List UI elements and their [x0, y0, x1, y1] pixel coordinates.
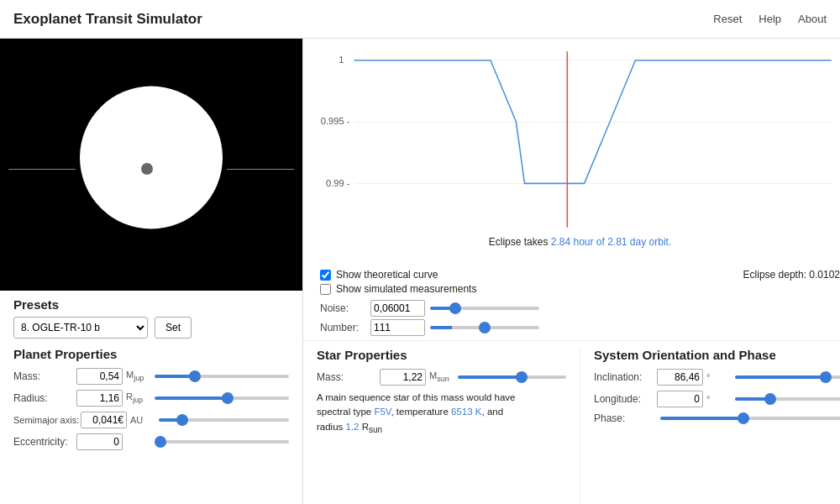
planet-mass-slider[interactable]: [155, 375, 289, 378]
checkboxes-and-depth: Show theoretical curve Show simulated me…: [303, 265, 840, 298]
eccentricity-label: Eccentricity:: [13, 436, 76, 448]
right-panel: 1 0.995 - 0.99 - Eclipse takes 2.84 hour…: [302, 39, 840, 504]
preset-select[interactable]: 8. OGLE-TR-10 b: [13, 317, 148, 339]
eclipse-depth-label: Eclipse depth: 0.0102: [743, 269, 840, 281]
main-content: Presets 8. OGLE-TR-10 b Set Planet Prope…: [0, 39, 840, 504]
star-desc-line3: radius 1.2 Rsun: [317, 422, 382, 432]
noise-label: Noise:: [320, 302, 370, 314]
star-desc-line2: spectral type F5V, temperature 6513 K, a…: [317, 407, 503, 417]
star-desc-line1: A main sequence star of this mass would …: [317, 392, 516, 402]
top-bar: Exoplanet Transit Simulator Reset Help A…: [0, 0, 840, 39]
planet-radius-row: Radius: Rjup: [13, 390, 289, 407]
eclipse-info: Eclipse takes 2.84 hour of 2.81 day orbi…: [320, 236, 840, 248]
eclipse-link[interactable]: 2.84 hour of 2.81 day orbit.: [551, 236, 671, 248]
svg-text:0.995 -: 0.995 -: [321, 116, 350, 126]
star-mass-input[interactable]: [380, 369, 426, 386]
svg-text:0.99 -: 0.99 -: [326, 177, 350, 187]
star-mass-row: Mass: Msun: [317, 369, 566, 386]
semimajor-label: Semimajor axis:: [13, 415, 81, 425]
orbit-line-right: [227, 169, 294, 170]
planet-mass-unit: Mjup: [126, 370, 150, 382]
eclipse-info-text: Eclipse takes: [489, 236, 551, 248]
noise-slider[interactable]: [430, 307, 539, 310]
star-properties-title: Star Properties: [317, 348, 566, 362]
star-circle: [80, 87, 223, 229]
longitude-unit: °: [706, 394, 730, 404]
left-panel: Presets 8. OGLE-TR-10 b Set Planet Prope…: [0, 39, 302, 504]
light-curve-chart: 1 0.995 - 0.99 -: [320, 47, 840, 232]
longitude-input[interactable]: [657, 391, 703, 407]
phase-slider[interactable]: [660, 417, 840, 420]
number-label: Number:: [320, 322, 370, 333]
set-button[interactable]: Set: [155, 317, 192, 339]
inclination-slider[interactable]: [735, 375, 840, 379]
presets-label: Presets: [13, 297, 289, 312]
svg-text:1: 1: [339, 55, 344, 65]
presets-row: 8. OGLE-TR-10 b Set: [13, 317, 289, 339]
chart-area: 1 0.995 - 0.99 - Eclipse takes 2.84 hour…: [303, 39, 840, 265]
system-orientation-title: System Orientation and Phase: [594, 348, 840, 362]
semimajor-row: Semimajor axis: AU: [13, 412, 289, 428]
eccentricity-slider[interactable]: [155, 440, 289, 444]
controls-section: Presets 8. OGLE-TR-10 b Set Planet Prope…: [0, 291, 302, 504]
number-row: Number:: [320, 319, 840, 336]
star-desc: A main sequence star of this mass would …: [317, 391, 566, 436]
planet-radius-slider[interactable]: [155, 396, 289, 400]
show-simulated-checkbox[interactable]: [320, 284, 331, 295]
number-input[interactable]: [370, 319, 425, 336]
planet-mass-label: Mass:: [13, 370, 76, 382]
nav-links: Reset Help About: [713, 13, 827, 25]
phase-label: Phase:: [594, 412, 657, 424]
planet-mass-input[interactable]: [76, 368, 123, 385]
planet-dot: [141, 163, 153, 175]
noise-number-rows: Noise: Number:: [303, 298, 840, 340]
number-slider[interactable]: [430, 326, 539, 329]
longitude-row: Longitude: °: [594, 391, 840, 407]
longitude-label: Longitude:: [594, 393, 657, 405]
inclination-label: Inclination:: [594, 371, 657, 383]
noise-input[interactable]: [370, 300, 425, 317]
reset-link[interactable]: Reset: [713, 13, 742, 25]
inclination-unit: °: [706, 372, 730, 382]
about-link[interactable]: About: [798, 13, 827, 25]
planet-mass-row: Mass: Mjup: [13, 368, 289, 385]
semimajor-unit: AU: [130, 415, 154, 425]
semimajor-input[interactable]: [81, 412, 127, 428]
phase-row: Phase:: [594, 412, 840, 424]
system-orientation-section: System Orientation and Phase Inclination…: [580, 348, 840, 504]
show-theoretical-row: Show theoretical curve: [320, 269, 476, 281]
planet-radius-unit: Rjup: [126, 391, 150, 404]
bottom-props: Star Properties Mass: Msun A main sequen…: [303, 340, 840, 504]
show-theoretical-checkbox[interactable]: [320, 270, 331, 281]
app-title: Exoplanet Transit Simulator: [13, 11, 202, 28]
longitude-slider[interactable]: [735, 397, 840, 401]
help-link[interactable]: Help: [759, 13, 781, 25]
star-mass-unit: Msun: [429, 370, 453, 383]
noise-row: Noise:: [320, 300, 840, 317]
orbit-line-left: [8, 169, 76, 170]
show-simulated-label: Show simulated measurements: [336, 283, 476, 295]
planet-radius-input[interactable]: [76, 390, 123, 407]
star-mass-slider[interactable]: [458, 375, 566, 379]
simulation-canvas: [0, 39, 302, 291]
inclination-row: Inclination: °: [594, 369, 840, 386]
inclination-input[interactable]: [657, 369, 703, 386]
eccentricity-row: Eccentricity:: [13, 433, 289, 450]
planet-radius-label: Radius:: [13, 392, 76, 404]
star-mass-label: Mass:: [317, 371, 380, 383]
show-simulated-row: Show simulated measurements: [320, 283, 476, 295]
semimajor-slider[interactable]: [159, 418, 289, 422]
star-properties-section: Star Properties Mass: Msun A main sequen…: [303, 348, 580, 504]
show-theoretical-label: Show theoretical curve: [336, 269, 438, 281]
eccentricity-input[interactable]: [76, 433, 123, 450]
planet-properties-title: Planet Properties: [13, 347, 289, 361]
